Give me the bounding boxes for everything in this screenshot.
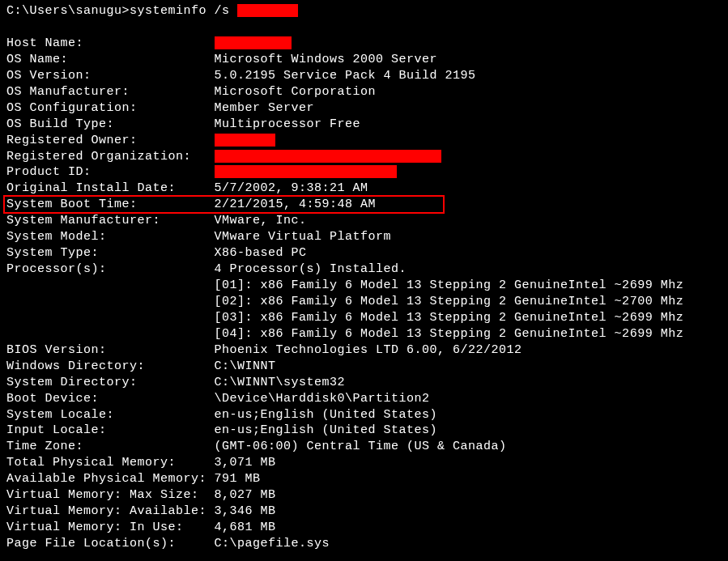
info-value: C:\WINNT bbox=[215, 359, 276, 373]
info-row: System Type: X86-based PC bbox=[6, 245, 722, 261]
info-row: Host Name: bbox=[6, 36, 722, 52]
info-row: Registered Organization: bbox=[6, 149, 722, 165]
info-label: Total Physical Memory: bbox=[6, 456, 215, 470]
info-value: 5/7/2002, 9:38:21 AM bbox=[215, 181, 368, 195]
info-value: Member Server bbox=[215, 101, 315, 115]
info-row: Page File Location(s): C:\pagefile.sys bbox=[6, 536, 722, 552]
info-value: Phoenix Technologies LTD 6.00, 6/22/2012 bbox=[215, 343, 522, 357]
info-label: Virtual Memory: Max Size: bbox=[6, 488, 215, 502]
info-row: OS Configuration: Member Server bbox=[6, 100, 722, 117]
info-value: VMware Virtual Platform bbox=[215, 230, 392, 244]
info-label: Registered Organization: bbox=[6, 150, 215, 164]
info-value: [01]: x86 Family 6 Model 13 Stepping 2 G… bbox=[215, 278, 684, 292]
info-label: Original Install Date: bbox=[6, 181, 215, 195]
info-value: [02]: x86 Family 6 Model 13 Stepping 2 G… bbox=[215, 295, 684, 308]
info-value: 5.0.2195 Service Pack 4 Build 2195 bbox=[215, 69, 476, 83]
info-row: BIOS Version: Phoenix Technologies LTD 6… bbox=[6, 342, 722, 359]
info-label: Registered Owner: bbox=[6, 134, 215, 147]
prompt-command: systeminfo /s bbox=[130, 4, 237, 18]
info-label: System Manufacturer: bbox=[6, 214, 215, 227]
info-value: [03]: x86 Family 6 Model 13 Stepping 2 G… bbox=[215, 311, 684, 325]
info-row: Original Install Date: 5/7/2002, 9:38:21… bbox=[6, 181, 722, 197]
info-label: OS Build Type: bbox=[6, 117, 215, 131]
info-label bbox=[6, 311, 215, 325]
prompt-path: C:\Users\sanugu> bbox=[6, 4, 130, 18]
info-label: Host Name: bbox=[6, 36, 215, 50]
info-label: OS Name: bbox=[6, 53, 215, 66]
systeminfo-output: Host Name: OS Name: Microsoft Windows 20… bbox=[6, 36, 722, 552]
redacted-value bbox=[215, 134, 275, 147]
info-label: OS Configuration: bbox=[6, 101, 215, 115]
info-label: System Model: bbox=[6, 230, 215, 244]
info-label: Product ID: bbox=[6, 165, 215, 179]
info-row: System Boot Time: 2/21/2015, 4:59:48 AM bbox=[6, 197, 722, 213]
info-label: System Boot Time: bbox=[6, 198, 215, 211]
info-value: 791 MB bbox=[215, 472, 261, 486]
info-row: Input Locale: en-us;English (United Stat… bbox=[6, 423, 722, 439]
redacted-value bbox=[215, 150, 441, 163]
info-label bbox=[6, 295, 215, 308]
info-row: Processor(s): 4 Processor(s) Installed. bbox=[6, 261, 722, 278]
info-value: C:\pagefile.sys bbox=[215, 537, 330, 550]
info-label: Page File Location(s): bbox=[6, 537, 215, 550]
info-value: 2/21/2015, 4:59:48 AM bbox=[215, 198, 377, 211]
info-label: Processor(s): bbox=[6, 262, 215, 276]
redacted-server-name bbox=[237, 4, 298, 17]
info-value: 3,346 MB bbox=[215, 504, 276, 518]
info-label: Windows Directory: bbox=[6, 359, 215, 373]
info-row: Virtual Memory: Available: 3,346 MB bbox=[6, 504, 722, 520]
info-label: Virtual Memory: In Use: bbox=[6, 521, 215, 534]
info-row: [04]: x86 Family 6 Model 13 Stepping 2 G… bbox=[6, 326, 722, 342]
info-row: Time Zone: (GMT-06:00) Central Time (US … bbox=[6, 439, 722, 455]
info-label: System Type: bbox=[6, 246, 215, 260]
redacted-value bbox=[215, 36, 292, 49]
info-value: 4 Processor(s) Installed. bbox=[215, 262, 407, 276]
info-row: [03]: x86 Family 6 Model 13 Stepping 2 G… bbox=[6, 310, 722, 326]
info-value: [04]: x86 Family 6 Model 13 Stepping 2 G… bbox=[215, 327, 684, 341]
info-value: C:\WINNT\system32 bbox=[215, 376, 346, 389]
info-label bbox=[6, 327, 215, 341]
info-row: OS Name: Microsoft Windows 2000 Server bbox=[6, 52, 722, 68]
info-row: OS Version: 5.0.2195 Service Pack 4 Buil… bbox=[6, 68, 722, 84]
info-row: Virtual Memory: Max Size: 8,027 MB bbox=[6, 487, 722, 504]
info-value: 3,071 MB bbox=[215, 456, 276, 470]
info-value: X86-based PC bbox=[215, 246, 307, 260]
info-row: Product ID: bbox=[6, 164, 722, 181]
info-value: Microsoft Corporation bbox=[215, 85, 377, 99]
info-value: Microsoft Windows 2000 Server bbox=[215, 53, 438, 66]
info-label: System Directory: bbox=[6, 376, 215, 389]
info-label: Available Physical Memory: bbox=[6, 472, 215, 486]
info-row: Virtual Memory: In Use: 4,681 MB bbox=[6, 520, 722, 536]
info-row: System Manufacturer: VMware, Inc. bbox=[6, 213, 722, 229]
info-label: OS Manufacturer: bbox=[6, 85, 215, 99]
info-row: Boot Device: \Device\Harddisk0\Partition… bbox=[6, 391, 722, 407]
redacted-value bbox=[215, 165, 397, 178]
info-value: \Device\Harddisk0\Partition2 bbox=[215, 392, 430, 406]
info-row: OS Build Type: Multiprocessor Free bbox=[6, 117, 722, 133]
info-row: Registered Owner: bbox=[6, 133, 722, 149]
info-value: (GMT-06:00) Central Time (US & Canada) bbox=[215, 440, 507, 453]
info-row: Total Physical Memory: 3,071 MB bbox=[6, 455, 722, 471]
info-row: Available Physical Memory: 791 MB bbox=[6, 471, 722, 487]
info-value: VMware, Inc. bbox=[215, 214, 307, 227]
info-row: [01]: x86 Family 6 Model 13 Stepping 2 G… bbox=[6, 278, 722, 294]
info-value: 4,681 MB bbox=[215, 521, 276, 534]
info-value: en-us;English (United States) bbox=[215, 408, 438, 422]
info-label: Time Zone: bbox=[6, 440, 215, 453]
info-value: Multiprocessor Free bbox=[215, 117, 361, 131]
info-row: System Directory: C:\WINNT\system32 bbox=[6, 375, 722, 391]
info-label: Virtual Memory: Available: bbox=[6, 504, 215, 518]
info-row: OS Manufacturer: Microsoft Corporation bbox=[6, 84, 722, 100]
command-prompt-line: C:\Users\sanugu>systeminfo /s bbox=[6, 3, 722, 19]
info-label: Boot Device: bbox=[6, 392, 215, 406]
info-row: [02]: x86 Family 6 Model 13 Stepping 2 G… bbox=[6, 294, 722, 310]
info-row: System Model: VMware Virtual Platform bbox=[6, 229, 722, 245]
info-label bbox=[6, 278, 215, 292]
info-row: Windows Directory: C:\WINNT bbox=[6, 359, 722, 375]
info-label: Input Locale: bbox=[6, 423, 215, 437]
info-value: en-us;English (United States) bbox=[215, 423, 438, 437]
info-label: BIOS Version: bbox=[6, 343, 215, 357]
info-label: System Locale: bbox=[6, 408, 215, 422]
info-row: System Locale: en-us;English (United Sta… bbox=[6, 407, 722, 423]
info-value: 8,027 MB bbox=[215, 488, 276, 502]
